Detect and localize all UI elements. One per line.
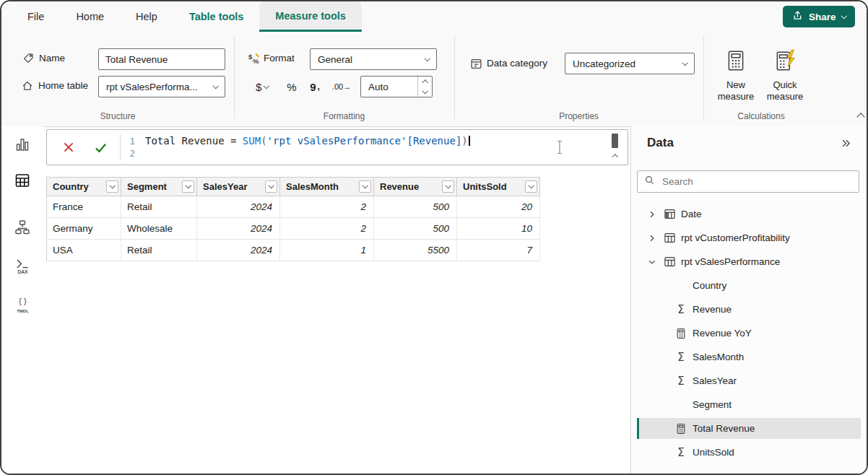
cell-country[interactable]: Germany: [47, 218, 121, 240]
column-header-unitssold[interactable]: UnitsSold: [457, 178, 540, 196]
currency-format-button[interactable]: $: [247, 76, 277, 97]
tab-measure-tools[interactable]: Measure tools: [259, 1, 362, 32]
cell-unitssold[interactable]: 20: [457, 196, 540, 218]
ribbon-collapse-button[interactable]: [854, 108, 868, 123]
field-item-salesyear[interactable]: ΣSalesYear: [631, 369, 867, 393]
column-header-label: UnitsSold: [463, 181, 507, 192]
dax-icon: DAX: [14, 257, 32, 275]
field-label: rpt vSalesPerformance: [681, 256, 780, 267]
cell-salesyear[interactable]: 2024: [197, 196, 280, 218]
name-label: Name: [39, 53, 65, 64]
cell-revenue[interactable]: 500: [374, 196, 457, 218]
cell-revenue[interactable]: 5500: [374, 240, 457, 261]
model-view-button[interactable]: [13, 218, 32, 237]
cell-salesmonth[interactable]: 1: [280, 240, 374, 261]
new-measure-label: New measure: [713, 79, 758, 103]
decimal-places-button[interactable]: .00→: [326, 76, 357, 97]
dax-editor[interactable]: Total Revenue = SUM('rpt vSalesPerforman…: [145, 135, 599, 160]
spinner-down-button[interactable]: [418, 87, 432, 97]
chevron-up-icon: [422, 80, 428, 86]
filter-button[interactable]: [106, 180, 118, 193]
column-header-salesmonth[interactable]: SalesMonth: [280, 178, 374, 196]
table-item-date[interactable]: Date: [631, 202, 867, 226]
tab-home[interactable]: Home: [60, 1, 120, 32]
table-icon: [663, 232, 676, 244]
field-item-revenue[interactable]: ΣRevenue: [631, 297, 867, 321]
column-header-segment[interactable]: Segment: [121, 178, 197, 196]
formula-collapse-button[interactable]: [609, 150, 621, 162]
cell-segment[interactable]: Wholesale: [121, 218, 197, 240]
cell-revenue[interactable]: 500: [374, 218, 457, 240]
search-input[interactable]: [661, 175, 852, 188]
field-item-salesmonth[interactable]: ΣSalesMonth: [631, 345, 867, 369]
field-label: Date: [681, 209, 702, 219]
commit-formula-button[interactable]: [89, 136, 112, 159]
filter-button[interactable]: [265, 180, 277, 193]
percent-format-button[interactable]: %: [282, 76, 302, 97]
cancel-formula-button[interactable]: [57, 136, 80, 159]
dax-token: Total Revenue =: [145, 135, 243, 147]
collapse-pane-icon[interactable]: [838, 135, 854, 151]
dax-query-view-button[interactable]: DAX: [13, 256, 32, 275]
line-number-gutter: 12: [122, 135, 135, 160]
field-item-revenue-yoy[interactable]: Revenue YoY: [631, 321, 867, 345]
field-item-segment[interactable]: Segment: [631, 393, 867, 417]
app-window: FileHomeHelpTable toolsMeasure tools Sha…: [0, 0, 868, 475]
table-view-button[interactable]: [13, 171, 32, 190]
column-header-label: SalesYear: [203, 181, 247, 192]
cell-unitssold[interactable]: 7: [457, 240, 540, 261]
report-view-button[interactable]: [13, 135, 32, 154]
chevron-right-icon[interactable]: [647, 234, 657, 243]
view-rail: DAX{ }TMDL: [1, 126, 43, 474]
cell-country[interactable]: France: [47, 196, 121, 218]
chevron-right-icon[interactable]: [647, 210, 657, 219]
dax-token: [Revenue]: [407, 135, 461, 147]
chevron-down-icon: [212, 83, 218, 89]
format-dropdown[interactable]: General: [310, 48, 437, 70]
tab-table-tools[interactable]: Table tools: [173, 1, 259, 32]
chevron-down-icon: [424, 56, 430, 61]
column-header-label: SalesMonth: [286, 181, 339, 192]
filter-button[interactable]: [359, 180, 371, 193]
cell-salesyear[interactable]: 2024: [197, 218, 280, 240]
field-item-country[interactable]: Country: [631, 274, 867, 297]
tab-help[interactable]: Help: [120, 1, 173, 32]
cell-segment[interactable]: Retail: [121, 240, 197, 261]
share-button[interactable]: Share: [783, 6, 855, 27]
table-item-rpt-vcustomerprofitability[interactable]: rpt vCustomerProfitability: [631, 226, 867, 250]
cell-unitssold[interactable]: 10: [457, 218, 540, 240]
measure-name-input[interactable]: [98, 48, 225, 70]
cell-segment[interactable]: Retail: [121, 196, 197, 218]
formula-scrollbar-thumb[interactable]: [612, 134, 618, 148]
filter-button[interactable]: [525, 180, 537, 193]
chevron-down-icon: [682, 60, 687, 66]
spinner-up-button[interactable]: [418, 77, 432, 87]
format-label: Format: [264, 53, 295, 64]
field-item-total-revenue[interactable]: Total Revenue: [631, 417, 867, 440]
cell-country[interactable]: USA: [47, 240, 121, 261]
tab-list: FileHomeHelpTable toolsMeasure tools: [12, 1, 362, 32]
tab-file[interactable]: File: [12, 1, 60, 32]
field-label: UnitsSold: [693, 447, 734, 458]
format-icon: $%: [247, 52, 260, 65]
field-label: Revenue YoY: [693, 328, 752, 339]
home-table-dropdown[interactable]: rpt vSalesPerforma...: [98, 76, 225, 97]
cell-salesyear[interactable]: 2024: [197, 240, 280, 261]
chevron-down-icon[interactable]: [647, 258, 657, 266]
cell-salesmonth[interactable]: 2: [280, 196, 374, 218]
data-category-dropdown[interactable]: Uncategorized: [565, 53, 695, 74]
field-item-unitssold[interactable]: ΣUnitsSold: [631, 440, 867, 464]
grid-icon: [14, 172, 31, 189]
model-icon: [14, 219, 31, 236]
thousands-separator-button[interactable]: 9,: [305, 76, 324, 97]
filter-button[interactable]: [182, 180, 194, 193]
cell-salesmonth[interactable]: 2: [280, 218, 374, 240]
dax-token: 'rpt vSalesPerformance': [267, 135, 407, 147]
column-header-country[interactable]: Country: [47, 178, 121, 196]
column-header-salesyear[interactable]: SalesYear: [197, 178, 280, 196]
column-header-revenue[interactable]: Revenue: [374, 178, 457, 196]
filter-button[interactable]: [442, 180, 454, 193]
tmdl-view-button[interactable]: { }TMDL: [13, 295, 32, 314]
table-item-rpt-vsalesperformance[interactable]: rpt vSalesPerformance: [631, 250, 867, 274]
text-caret: [469, 136, 470, 146]
